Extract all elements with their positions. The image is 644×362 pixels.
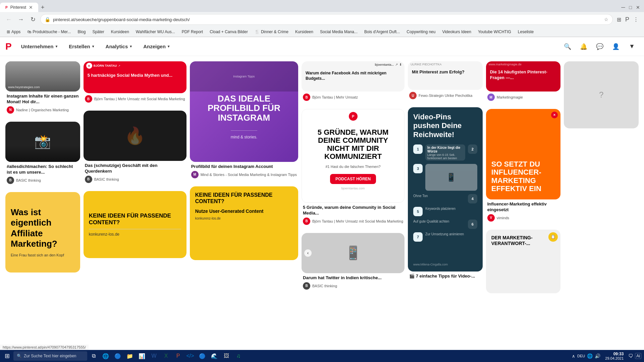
bookmark-youtube[interactable]: Youtube WICHTIG	[475, 29, 514, 35]
pin-card[interactable]: Instagram Tipps Das ideale Profilbild fü…	[190, 61, 298, 179]
pin-card[interactable]: Was isteigentlichAffiliateMarketing? Ein…	[5, 192, 80, 273]
active-tab[interactable]: P Pinterest ✕	[0, 3, 38, 12]
bookmark-socialmedia[interactable]: Social Media Mana...	[317, 29, 360, 35]
taskbar-edge2-icon[interactable]: 🌊	[209, 351, 220, 361]
taskbar-search[interactable]: 🔍 Zur Suche Text hier eingeben	[13, 351, 87, 361]
pin-card[interactable]: P 5 Gründe, warum deine Community nicht …	[302, 109, 405, 226]
pin-column-5: ULRIKE PIECHOTTKA Mit Pinterest zum Erfo…	[408, 61, 483, 297]
bookmark-label: Bois d'Argent Duft...	[364, 29, 400, 34]
tray-up-icon[interactable]: ∧	[572, 354, 575, 359]
pin-card[interactable]: ULRIKE PIECHOTTKA Mit Pinterest zum Erfo…	[408, 61, 483, 100]
author-name: Björn Tantau | Mehr Umsatz mit Social Me…	[312, 219, 403, 223]
search-button[interactable]: 🔍	[561, 40, 574, 53]
ai-label[interactable]: Ai	[635, 353, 641, 359]
bookmark-favicon: 🍴	[255, 29, 260, 34]
pin-card[interactable]: B BJÖRN TANTAU ↗ 5 hartnäckige Social Me…	[84, 61, 186, 103]
taskbar-edge-icon[interactable]: 🌐	[100, 351, 111, 361]
windows-start-button[interactable]: ⊞	[1, 351, 13, 361]
taskbar-chrome-icon[interactable]: 🔵	[112, 351, 123, 361]
avatar: B	[303, 218, 310, 225]
pin-column-2: B BJÖRN TANTAU ↗ 5 hartnäckige Social Me…	[84, 61, 186, 297]
pin-card[interactable]: ?	[564, 61, 639, 128]
bookmark-blog[interactable]: Blog	[75, 29, 88, 35]
bookmark-star-icon[interactable]: ☆	[604, 17, 608, 22]
pin-card[interactable]: 🔥 Das (schmutzige) Geschäft mit den Quer…	[84, 111, 186, 184]
close-window-button[interactable]: ✕	[635, 5, 641, 10]
forward-button[interactable]: →	[16, 15, 25, 24]
back-button[interactable]: ←	[4, 15, 13, 24]
pin-card[interactable]: 📸 #allesdichtmachen: So schlecht ist es …	[5, 122, 80, 185]
profile-icon[interactable]: P	[624, 15, 631, 24]
settings-icon[interactable]: ⋮	[632, 15, 640, 24]
bookmark-copywriting[interactable]: Copywriting neu	[404, 29, 438, 35]
notifications-button[interactable]: 🔔	[577, 40, 590, 53]
pin-card[interactable]: 📋 Der Marketing-Verantwort-...	[486, 230, 561, 293]
podcast-button[interactable]: PODCAST HÖREN	[330, 174, 376, 184]
pin-info: Darum hat Twitter in Indien kritische...…	[302, 273, 405, 290]
tray-network-icon[interactable]: 🌐	[587, 353, 593, 359]
more-button[interactable]: ▼	[625, 40, 639, 53]
task-view-button[interactable]: ⧉	[88, 351, 99, 361]
notification-icon[interactable]: 🗨	[628, 353, 633, 359]
pin-author: B BASIC thinking	[303, 282, 403, 290]
nav-erstellen[interactable]: Erstellen ▼	[65, 41, 99, 52]
bookmark-produktsuche[interactable]: 🛍 Produktsuche - Mer...	[24, 29, 73, 35]
taskbar-word-icon[interactable]: W	[148, 351, 160, 361]
bookmark-pdf[interactable]: PDF Report	[179, 29, 206, 35]
messages-button[interactable]: 💬	[593, 40, 606, 53]
bookmark-kursideen1[interactable]: Kursideen	[108, 29, 132, 35]
bookmark-videokurs[interactable]: Videokurs Ideen	[439, 29, 474, 35]
nav-analytics[interactable]: Analytics ▼	[102, 41, 137, 52]
pin-card[interactable]: bjoerntanta... ↗ ⬇ Warum deine Facebook …	[302, 61, 405, 102]
tray-lang: DEU	[577, 354, 585, 358]
taskbar-photo-icon[interactable]: 🖼	[221, 351, 232, 361]
taskbar-chrome2-icon[interactable]: 🔵	[197, 351, 208, 361]
new-tab-button[interactable]: +	[38, 4, 47, 11]
profile-button[interactable]: 👤	[609, 40, 623, 53]
extensions-icon[interactable]: ⊞	[615, 15, 623, 24]
nav-anzeigen[interactable]: Anzeigen ▼	[139, 41, 174, 52]
pin-column-4: bjoerntanta... ↗ ⬇ Warum deine Facebook …	[302, 61, 405, 297]
pin-card[interactable]: Keine Ideen für passende Content? konkur…	[84, 191, 186, 258]
reload-button[interactable]: ↻	[28, 15, 38, 24]
maximize-button[interactable]: □	[628, 5, 633, 10]
address-bar[interactable]: 🔒 pinterest.at/seokueche/gruppenboard-so…	[40, 14, 613, 25]
bookmark-kursideen2[interactable]: Kursideen	[292, 29, 316, 35]
pin-cta: Nutze User-Generated Content	[195, 208, 293, 214]
nav-unternehmen[interactable]: Unternehmen ▼	[17, 41, 62, 52]
taskbar-vscode-icon[interactable]: </>	[184, 351, 196, 361]
author-name: viminds	[497, 216, 509, 220]
pin-card[interactable]: ✕ So setzt du Influencer-Marketing effek…	[486, 109, 561, 222]
taskbar-powerpoint-icon[interactable]: P	[172, 351, 184, 361]
taskbar-clock[interactable]: 09:33 29.04.2021	[602, 351, 626, 361]
tab-title: Pinterest	[10, 5, 26, 10]
bookmark-canva[interactable]: Cload + Canva Bilder	[207, 29, 251, 35]
pinterest-logo[interactable]: P	[5, 41, 12, 52]
nav-analytics-label: Analytics	[106, 44, 128, 49]
pin-card[interactable]: Keine Ideen für passende Content? Nutze …	[190, 186, 298, 260]
taskbar-excel-icon[interactable]: 📊	[136, 351, 148, 361]
pin-text: Mit Pinterest zum Erfolg?	[412, 69, 479, 75]
address-text: pinterest.at/seokueche/gruppenboard-soci…	[53, 17, 601, 22]
pin-author: M Marketingmagie	[487, 94, 559, 101]
bookmark-bois[interactable]: Bois d'Argent Duft...	[362, 29, 402, 35]
pin-big-text: Was isteigentlichAffiliateMarketing?	[11, 207, 75, 249]
bookmark-leseliste[interactable]: Leseliste	[515, 29, 536, 35]
taskbar-files-icon[interactable]: 📁	[124, 351, 136, 361]
pin-card[interactable]: Video-Pins pushen Deine Reichweite! 1 In…	[408, 107, 483, 281]
bookmark-dinner[interactable]: 🍴 Dinner & Crime	[252, 29, 291, 35]
bookmark-später[interactable]: Später	[90, 29, 107, 35]
tray-volume-icon[interactable]: 🔊	[595, 353, 600, 359]
bookmark-apps[interactable]: ⊞ Apps	[4, 29, 23, 35]
minimize-button[interactable]: ─	[620, 4, 626, 10]
pin-card[interactable]: www.heystrategies.com Instagram Inhalte …	[5, 61, 80, 114]
pin-info: B Björn Tantau | Mehr Umsatz mit Social …	[84, 93, 186, 103]
pin-card[interactable]: www.marketingmagie.de Die 14 häufigsten …	[486, 61, 561, 102]
pin-card[interactable]: 📱 ‹ Darum hat Twitter in Indien kritisch…	[302, 233, 405, 290]
bookmark-label: Blog	[77, 29, 86, 34]
taskbar-spotify-icon[interactable]: ♫	[233, 351, 244, 361]
taskbar-excel2-icon[interactable]: X	[160, 351, 172, 361]
pin-text: 5 hartnäckige Social Media Mythen und...	[88, 73, 182, 78]
tab-close-button[interactable]: ✕	[29, 5, 33, 10]
bookmark-wahlfächer[interactable]: Wahlfächer WU Aus...	[133, 29, 178, 35]
